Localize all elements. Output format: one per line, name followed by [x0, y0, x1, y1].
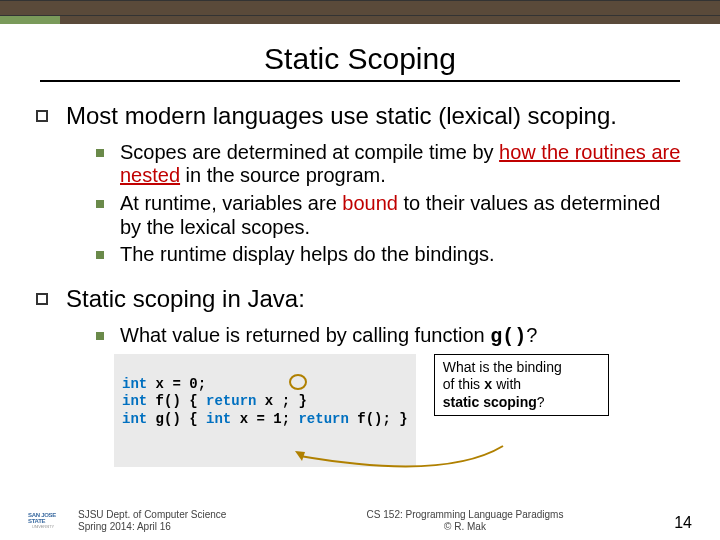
sub-bullet-2: At runtime, variables are bound to their…: [96, 192, 684, 239]
sub-bullet-3: The runtime display helps do the binding…: [96, 243, 684, 267]
square-bullet-icon: [36, 293, 48, 305]
green-bullet-icon: [96, 332, 104, 340]
slide-title: Static Scoping: [0, 42, 720, 76]
footer: SAN JOSE STATE UNIVERSITY SJSU Dept. of …: [0, 508, 720, 532]
code-block: int x = 0; int f() { return x ; } int g(…: [114, 354, 416, 467]
bullet-1-sublist: Scopes are determined at compile time by…: [96, 141, 684, 267]
sub-bullet-1: Scopes are determined at compile time by…: [96, 141, 684, 188]
sub-bullet-4-text: What value is returned by calling functi…: [120, 324, 537, 349]
highlight-circle-icon: [289, 374, 307, 390]
bullet-1-text: Most modern languages use static (lexica…: [66, 102, 617, 131]
strip-green: [0, 16, 60, 24]
sub-bullet-1-text: Scopes are determined at compile time by…: [120, 141, 684, 188]
bullet-2-sublist: What value is returned by calling functi…: [96, 324, 684, 349]
page-number: 14: [652, 514, 692, 532]
header-bar: [0, 0, 720, 16]
header-strip: [0, 16, 720, 24]
sub-bullet-3-text: The runtime display helps do the binding…: [120, 243, 495, 267]
square-bullet-icon: [36, 110, 48, 122]
green-bullet-icon: [96, 251, 104, 259]
bullet-1: Most modern languages use static (lexica…: [36, 102, 684, 131]
code-callout-row: int x = 0; int f() { return x ; } int g(…: [114, 354, 684, 467]
strip-dark: [60, 16, 720, 24]
footer-left: SJSU Dept. of Computer ScienceSpring 201…: [78, 509, 278, 532]
green-bullet-icon: [96, 149, 104, 157]
bullet-2: Static scoping in Java:: [36, 285, 684, 314]
sub-bullet-2-text: At runtime, variables are bound to their…: [120, 192, 684, 239]
sub-bullet-4: What value is returned by calling functi…: [96, 324, 684, 349]
bullet-2-text: Static scoping in Java:: [66, 285, 305, 314]
callout-box: What is the binding of this x with stati…: [434, 354, 609, 415]
green-bullet-icon: [96, 200, 104, 208]
sjsu-logo-icon: SAN JOSE STATE UNIVERSITY: [28, 508, 58, 532]
slide-content: Most modern languages use static (lexica…: [0, 82, 720, 467]
footer-center: CS 152: Programming Language Paradigms© …: [278, 509, 652, 532]
